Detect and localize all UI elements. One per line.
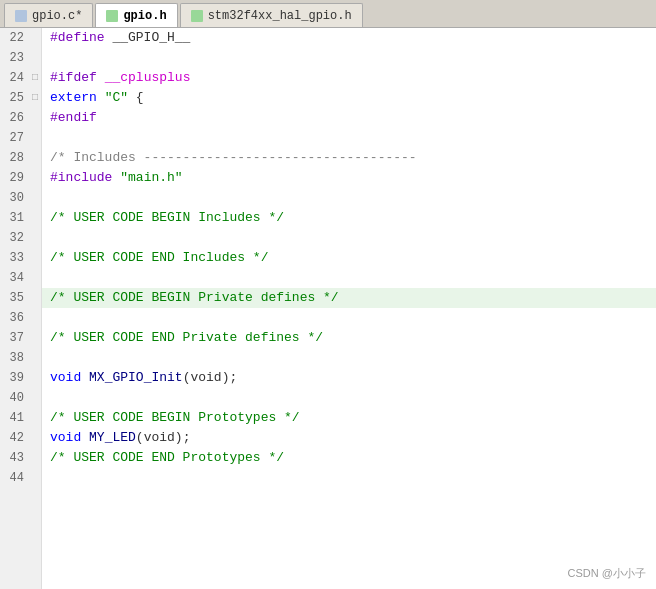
line-num: 36: [0, 308, 30, 328]
code-line[interactable]: [42, 388, 656, 408]
line-number-row: 40: [0, 388, 41, 408]
tab-icon-stm32-h: [191, 10, 203, 22]
code-line[interactable]: /* USER CODE BEGIN Includes */: [42, 208, 656, 228]
collapse-icon: [30, 248, 40, 268]
line-number-row: 36: [0, 308, 41, 328]
collapse-icon: [30, 288, 40, 308]
code-area: 22 23 24□25□26 27 28 29 30 31 32 33 34 3…: [0, 28, 656, 589]
code-line[interactable]: #define __GPIO_H__: [42, 28, 656, 48]
line-number-row: 26: [0, 108, 41, 128]
code-line[interactable]: #include "main.h": [42, 168, 656, 188]
collapse-icon: [30, 408, 40, 428]
tab-bar: gpio.c* gpio.h stm32f4xx_hal_gpio.h: [0, 0, 656, 28]
code-line[interactable]: void MX_GPIO_Init(void);: [42, 368, 656, 388]
collapse-icon: [30, 48, 40, 68]
collapse-icon[interactable]: □: [30, 68, 40, 88]
line-number-row: 24□: [0, 68, 41, 88]
line-num: 35: [0, 288, 30, 308]
code-line[interactable]: [42, 188, 656, 208]
tab-stm32-h[interactable]: stm32f4xx_hal_gpio.h: [180, 3, 363, 27]
line-number-row: 23: [0, 48, 41, 68]
line-number-row: 44: [0, 468, 41, 488]
collapse-icon: [30, 348, 40, 368]
collapse-icon: [30, 368, 40, 388]
line-num: 28: [0, 148, 30, 168]
line-number-row: 30: [0, 188, 41, 208]
code-line[interactable]: /* USER CODE BEGIN Prototypes */: [42, 408, 656, 428]
line-num: 43: [0, 448, 30, 468]
code-line[interactable]: [42, 228, 656, 248]
code-line[interactable]: #endif: [42, 108, 656, 128]
collapse-icon: [30, 268, 40, 288]
code-line[interactable]: [42, 268, 656, 288]
code-line[interactable]: [42, 468, 656, 488]
collapse-icon: [30, 168, 40, 188]
collapse-icon: [30, 428, 40, 448]
collapse-icon: [30, 308, 40, 328]
tab-gpio-c[interactable]: gpio.c*: [4, 3, 93, 27]
line-num: 27: [0, 128, 30, 148]
editor-container: gpio.c* gpio.h stm32f4xx_hal_gpio.h 22 2…: [0, 0, 656, 589]
code-content[interactable]: #define __GPIO_H__ #ifdef __cplusplusext…: [42, 28, 656, 589]
code-line[interactable]: /* USER CODE END Includes */: [42, 248, 656, 268]
line-num: 38: [0, 348, 30, 368]
line-num: 40: [0, 388, 30, 408]
line-num: 42: [0, 428, 30, 448]
line-number-row: 25□: [0, 88, 41, 108]
tab-label-gpio-c: gpio.c*: [32, 9, 82, 23]
line-num: 39: [0, 368, 30, 388]
watermark: CSDN @小小子: [568, 566, 646, 581]
line-num: 26: [0, 108, 30, 128]
line-num: 22: [0, 28, 30, 48]
line-number-row: 39: [0, 368, 41, 388]
line-number-row: 34: [0, 268, 41, 288]
line-num: 37: [0, 328, 30, 348]
line-number-row: 29: [0, 168, 41, 188]
code-line[interactable]: /* USER CODE END Prototypes */: [42, 448, 656, 468]
line-number-row: 32: [0, 228, 41, 248]
code-line[interactable]: extern "C" {: [42, 88, 656, 108]
tab-label-stm32-h: stm32f4xx_hal_gpio.h: [208, 9, 352, 23]
collapse-icon: [30, 128, 40, 148]
code-line[interactable]: /* Includes ----------------------------…: [42, 148, 656, 168]
code-line[interactable]: [42, 308, 656, 328]
line-number-row: 31: [0, 208, 41, 228]
line-number-row: 41: [0, 408, 41, 428]
line-number-row: 43: [0, 448, 41, 468]
collapse-icon: [30, 328, 40, 348]
code-line[interactable]: [42, 348, 656, 368]
collapse-icon: [30, 28, 40, 48]
collapse-icon: [30, 448, 40, 468]
line-num: 23: [0, 48, 30, 68]
line-num: 25: [0, 88, 30, 108]
line-num: 33: [0, 248, 30, 268]
code-line[interactable]: /* USER CODE END Private defines */: [42, 328, 656, 348]
code-line[interactable]: /* USER CODE BEGIN Private defines */: [42, 288, 656, 308]
line-number-row: 35: [0, 288, 41, 308]
collapse-icon: [30, 388, 40, 408]
code-line[interactable]: void MY_LED(void);: [42, 428, 656, 448]
code-line[interactable]: [42, 128, 656, 148]
line-num: 30: [0, 188, 30, 208]
tab-icon-h: [106, 10, 118, 22]
line-numbers: 22 23 24□25□26 27 28 29 30 31 32 33 34 3…: [0, 28, 42, 589]
collapse-icon: [30, 468, 40, 488]
line-number-row: 38: [0, 348, 41, 368]
collapse-icon: [30, 108, 40, 128]
line-num: 41: [0, 408, 30, 428]
tab-label-gpio-h: gpio.h: [123, 9, 166, 23]
collapse-icon: [30, 208, 40, 228]
line-number-row: 37: [0, 328, 41, 348]
line-num: 44: [0, 468, 30, 488]
tab-gpio-h[interactable]: gpio.h: [95, 3, 177, 27]
line-number-row: 22: [0, 28, 41, 48]
collapse-icon: [30, 148, 40, 168]
code-line[interactable]: #ifdef __cplusplus: [42, 68, 656, 88]
collapse-icon[interactable]: □: [30, 88, 40, 108]
line-number-row: 28: [0, 148, 41, 168]
line-number-row: 27: [0, 128, 41, 148]
line-num: 29: [0, 168, 30, 188]
line-number-row: 33: [0, 248, 41, 268]
code-line[interactable]: [42, 48, 656, 68]
collapse-icon: [30, 228, 40, 248]
